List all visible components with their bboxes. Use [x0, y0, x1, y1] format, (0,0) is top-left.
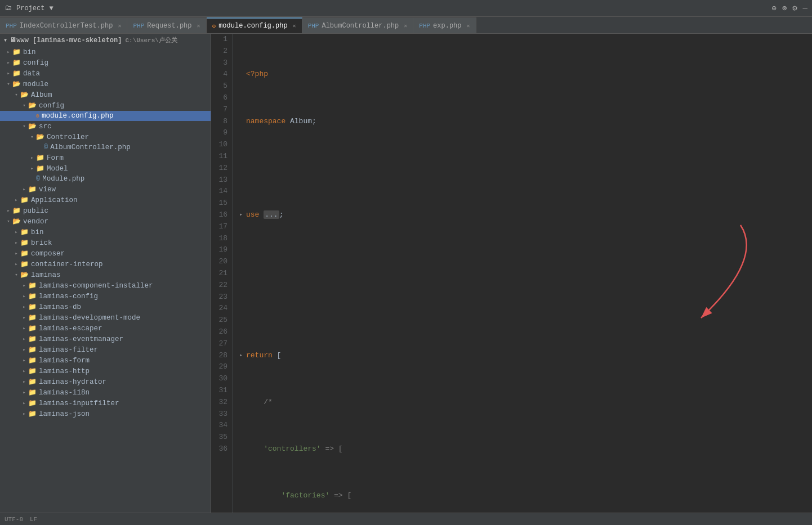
label-brick: brick: [31, 239, 52, 247]
sidebar-item-module-php[interactable]: © Module.php: [0, 174, 211, 184]
sidebar-item-laminas-filter[interactable]: 📁 laminas-filter: [0, 344, 211, 355]
folder-icon-module: 📂: [12, 80, 21, 88]
linenum-34: 34: [213, 420, 227, 432]
tab-exp[interactable]: PHP exp.php ✕: [413, 17, 476, 33]
arrow-ldev: [20, 315, 28, 321]
label-albumcontroller: AlbumController.php: [50, 143, 131, 151]
tab-close-albumcontroller[interactable]: ✕: [404, 23, 407, 29]
tab-request[interactable]: PHP Request.php ✕: [127, 17, 206, 33]
label-linputfilter: laminas-inputfilter: [39, 400, 119, 407]
sidebar-item-laminas-hydrator[interactable]: 📁 laminas-hydrator: [0, 376, 211, 387]
folder-icon-lfilter: 📁: [28, 345, 37, 354]
status-linefeed: LF: [30, 516, 37, 523]
sidebar-item-data[interactable]: 📁 data: [0, 68, 211, 79]
sidebar-item-public[interactable]: 📁 public: [0, 205, 211, 216]
label-ldb: laminas-db: [39, 303, 81, 311]
sidebar-item-laminas-json[interactable]: 📁 laminas-json: [0, 409, 211, 419]
code-line-6: [237, 303, 807, 315]
sidebar-item-laminas-dev-mode[interactable]: 📁 laminas-development-mode: [0, 312, 211, 323]
code-comment-10: 'factories' => [: [246, 490, 351, 502]
tab-close-moduleconfig[interactable]: ✕: [293, 23, 296, 29]
label-lhttp: laminas-http: [39, 367, 90, 375]
diff-icon[interactable]: ⊗: [782, 3, 787, 13]
linenum-24: 24: [213, 303, 227, 315]
sidebar-item-module-config-php[interactable]: ⚙ module.config.php: [0, 111, 211, 121]
sidebar-item-laminas-config[interactable]: 📁 laminas-config: [0, 291, 211, 302]
sidebar-item-laminas[interactable]: 📂 laminas: [0, 270, 211, 280]
sidebar-item-laminas-eventmanager[interactable]: 📁 laminas-eventmanager: [0, 334, 211, 344]
sidebar-item-controller[interactable]: 📂 Controller: [0, 132, 211, 142]
code-comment-9: 'controllers' => [: [246, 443, 343, 455]
sidebar-item-config-root[interactable]: 📁 config: [0, 57, 211, 68]
sidebar-item-laminas-form[interactable]: 📁 laminas-form: [0, 355, 211, 366]
linenum-36: 36: [213, 443, 227, 455]
code-bracket-7: [: [273, 350, 282, 362]
linenum-5: 5: [213, 80, 227, 92]
sidebar-item-laminas-component-installer[interactable]: 📁 laminas-component-installer: [0, 280, 211, 291]
settings-icon[interactable]: ⚙: [792, 3, 797, 13]
project-header[interactable]: ▾ 🖥 www [laminas-mvc-skeleton] C:\Users\…: [0, 34, 211, 47]
minimize-icon[interactable]: —: [803, 3, 807, 13]
sidebar-item-config-album[interactable]: 📂 config: [0, 100, 211, 111]
sidebar-item-application[interactable]: 📁 Application: [0, 195, 211, 205]
arrow-laminas: [12, 272, 20, 278]
title-project-label: Project: [16, 5, 44, 12]
tab-albumcontroller[interactable]: PHP AlbumController.php ✕: [302, 17, 414, 33]
label-data: data: [23, 70, 40, 78]
sidebar-item-model[interactable]: 📁 Model: [0, 163, 211, 174]
sidebar-item-vendor-bin[interactable]: 📁 bin: [0, 227, 211, 237]
sidebar-item-module[interactable]: 📂 module: [0, 79, 211, 89]
arrow-vendor: [5, 218, 12, 225]
linenum-1: 1: [213, 34, 227, 46]
sidebar-item-albumcontroller[interactable]: © AlbumController.php: [0, 142, 211, 152]
arrow-ljson: [20, 411, 28, 417]
sidebar-item-laminas-db[interactable]: 📁 laminas-db: [0, 302, 211, 312]
sidebar-item-vendor[interactable]: 📂 vendor: [0, 216, 211, 227]
file-icon-module-php: ©: [36, 175, 40, 183]
folder-icon-laminas: 📂: [20, 271, 29, 279]
sidebar-item-laminas-inputfilter[interactable]: 📁 laminas-inputfilter: [0, 398, 211, 409]
folder-icon-bin: 📁: [12, 48, 21, 56]
linenum-4: 4: [213, 69, 227, 80]
sidebar-item-laminas-i18n[interactable]: 📁 laminas-i18n: [0, 387, 211, 398]
sidebar-item-src[interactable]: 📂 src: [0, 121, 211, 132]
code-tag-1: <?php: [246, 69, 268, 80]
tab-indexcontrollertest[interactable]: PHP IndexControllerTest.php ✕: [0, 17, 127, 33]
tab-close-exp[interactable]: ✕: [467, 23, 470, 29]
tab-close-request[interactable]: ✕: [197, 23, 200, 29]
label-controller: Controller: [47, 133, 89, 141]
sidebar-item-brick[interactable]: 📁 brick: [0, 237, 211, 248]
sidebar-item-view[interactable]: 📁 view: [0, 184, 211, 195]
arrow-container-interop: [12, 261, 20, 267]
tab-moduleconfig[interactable]: ⚙ module.config.php ✕: [207, 17, 302, 33]
code-container[interactable]: 1 2 3 4 5 6 7 8 9 10 11 12 13 14 15 16 1…: [211, 34, 812, 513]
sidebar-item-laminas-escaper[interactable]: 📁 laminas-escaper: [0, 323, 211, 334]
fold-4[interactable]: ▸: [237, 209, 245, 221]
arrow-lfilter: [20, 347, 28, 353]
code-content[interactable]: <?php namespace Album; ▸ use ...;: [233, 34, 812, 513]
tab-close-indexcontrollertest[interactable]: ✕: [118, 23, 121, 29]
globe-icon[interactable]: ⊕: [771, 3, 776, 13]
sidebar-item-bin[interactable]: 📁 bin: [0, 47, 211, 57]
arrow-li18n: [20, 389, 28, 396]
linenum-19: 19: [213, 244, 227, 256]
fold-7[interactable]: ▸: [237, 350, 245, 362]
code-line-8: /*: [237, 397, 807, 409]
folder-icon-controller: 📂: [36, 133, 44, 141]
project-icon-folder: 🖥: [10, 36, 16, 44]
sidebar-item-laminas-http[interactable]: 📁 laminas-http: [0, 366, 211, 376]
sidebar-item-composer[interactable]: 📁 composer: [0, 248, 211, 259]
arrow-controller: [28, 134, 36, 140]
arrow-lhttp: [20, 368, 28, 374]
sidebar-item-form[interactable]: 📁 Form: [0, 152, 211, 163]
tab-label-moduleconfig: module.config.php: [218, 22, 287, 30]
linenum-27: 27: [213, 338, 227, 350]
tab-icon-php4: PHP: [419, 23, 430, 29]
sidebar-item-album[interactable]: 📂 Album: [0, 89, 211, 100]
sidebar-item-container-interop[interactable]: 📁 container-interop: [0, 259, 211, 270]
folder-icon-container-interop: 📁: [20, 260, 29, 268]
project-path: C:\Users\卢公关: [125, 36, 177, 44]
code-ns-val-2: Album;: [285, 116, 316, 128]
linenum-7: 7: [213, 104, 227, 116]
title-project-dropdown[interactable]: ▼: [49, 5, 53, 12]
